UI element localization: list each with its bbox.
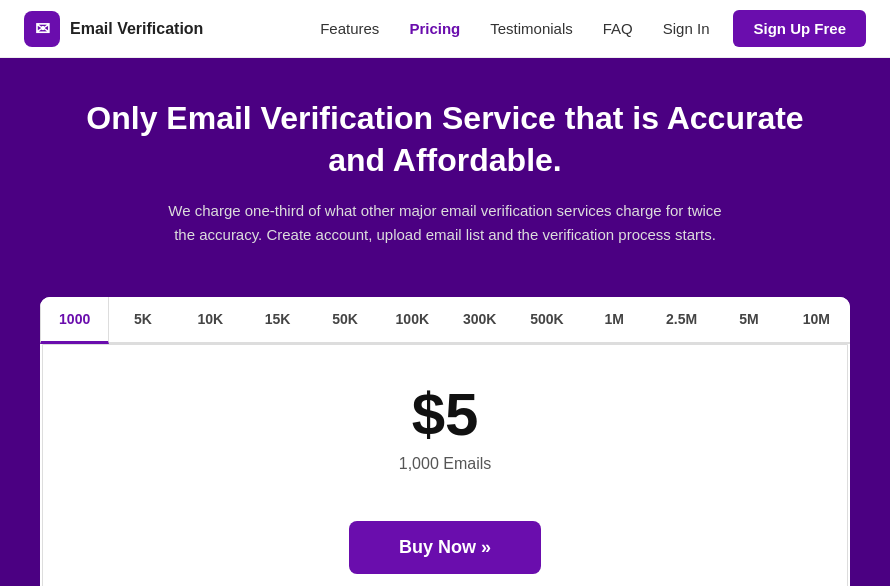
- pricing-tab-10m[interactable]: 10M: [783, 297, 850, 344]
- nav-link-pricing[interactable]: Pricing: [409, 20, 460, 37]
- navbar: ✉ Email Verification FeaturesPricingTest…: [0, 0, 890, 58]
- pricing-tab-1m[interactable]: 1M: [581, 297, 648, 344]
- nav-link-sign in[interactable]: Sign In: [663, 20, 710, 37]
- pricing-tab-100k[interactable]: 100K: [379, 297, 446, 344]
- pricing-body: $5 1,000 Emails Buy Now » One time prici…: [42, 344, 848, 586]
- nav-link-faq[interactable]: FAQ: [603, 20, 633, 37]
- logo: ✉ Email Verification: [24, 11, 203, 47]
- signup-button[interactable]: Sign Up Free: [733, 10, 866, 47]
- nav-link-features[interactable]: Features: [320, 20, 379, 37]
- pricing-section: 10005K10K15K50K100K300K500K1M2.5M5M10M $…: [0, 297, 890, 586]
- hero-section: Only Email Verification Service that is …: [0, 58, 890, 297]
- price-email-count: 1,000 Emails: [63, 455, 827, 473]
- pricing-card: 10005K10K15K50K100K300K500K1M2.5M5M10M $…: [40, 297, 850, 586]
- nav-link-testimonials[interactable]: Testimonials: [490, 20, 573, 37]
- pricing-tab-10k[interactable]: 10K: [177, 297, 244, 344]
- pricing-tab-15k[interactable]: 15K: [244, 297, 311, 344]
- nav-links: FeaturesPricingTestimonialsFAQSign In: [320, 20, 709, 38]
- pricing-tab-5m[interactable]: 5M: [715, 297, 782, 344]
- hero-heading: Only Email Verification Service that is …: [60, 98, 830, 181]
- pricing-tab-5k[interactable]: 5K: [109, 297, 176, 344]
- logo-text: Email Verification: [70, 20, 203, 38]
- pricing-tab-2.5m[interactable]: 2.5M: [648, 297, 715, 344]
- pricing-tab-50k[interactable]: 50K: [311, 297, 378, 344]
- pricing-tab-1000[interactable]: 1000: [40, 297, 109, 344]
- buy-now-button[interactable]: Buy Now »: [349, 521, 541, 574]
- pricing-tab-300k[interactable]: 300K: [446, 297, 513, 344]
- pricing-tabs: 10005K10K15K50K100K300K500K1M2.5M5M10M: [40, 297, 850, 344]
- pricing-tab-500k[interactable]: 500K: [513, 297, 580, 344]
- price-amount: $5: [63, 385, 827, 445]
- logo-icon: ✉: [24, 11, 60, 47]
- hero-subtext: We charge one-third of what other major …: [165, 199, 725, 247]
